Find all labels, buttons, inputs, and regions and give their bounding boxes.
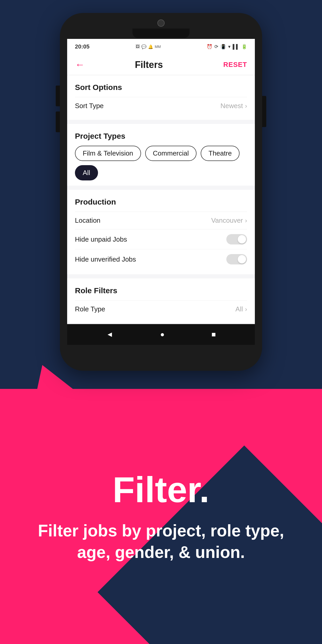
bottom-section: Filter. Filter jobs by project, role typ… [0, 389, 322, 644]
app-header: ← Filters RESET [67, 54, 255, 75]
pill-commercial[interactable]: Commercial [145, 146, 197, 161]
sort-type-value: Newest › [220, 102, 247, 110]
screen-content: ← Filters RESET Sort Options Sort Type N… [67, 54, 255, 345]
project-types-title: Project Types [75, 132, 247, 141]
phone-body: 20:05 🖼 💬 🔔 MM ⏰ ⟳ 📳 ▾ ▌▌ 🔋 [60, 13, 262, 371]
sync-icon: ⟳ [214, 44, 218, 50]
power-button [262, 96, 266, 127]
project-type-pills: Film & Television Commercial Theatre All [75, 146, 247, 180]
sort-type-label: Sort Type [75, 102, 104, 110]
sort-type-row[interactable]: Sort Type Newest › [75, 97, 247, 115]
gallery-icon: 🖼 [136, 44, 140, 49]
battery-icon: 🔋 [241, 44, 247, 50]
chat-icon: 💬 [141, 44, 146, 49]
camera [157, 19, 165, 27]
sort-type-value-text: Newest [220, 102, 243, 110]
hide-unverified-label: Hide unverified Jobs [75, 255, 136, 263]
status-bar: 20:05 🖼 💬 🔔 MM ⏰ ⟳ 📳 ▾ ▌▌ 🔋 [67, 39, 255, 54]
location-label: Location [75, 216, 100, 225]
phone-device: 20:05 🖼 💬 🔔 MM ⏰ ⟳ 📳 ▾ ▌▌ 🔋 [60, 13, 262, 371]
location-value-text: Vancouver [211, 216, 243, 225]
filter-subtitle: Filter jobs by project, role type, age, … [21, 520, 301, 563]
scrollable-content: Sort Options Sort Type Newest › Project … [67, 75, 255, 324]
back-button[interactable]: ← [75, 59, 85, 70]
location-value: Vancouver › [211, 216, 247, 225]
hide-unpaid-label: Hide unpaid Jobs [75, 235, 127, 243]
status-icons-right: ⏰ ⟳ 📳 ▾ ▌▌ 🔋 [207, 44, 247, 50]
android-nav-bar: ◄ ● ■ [67, 324, 255, 345]
pill-all[interactable]: All [75, 165, 98, 180]
phone-screen: 20:05 🖼 💬 🔔 MM ⏰ ⟳ 📳 ▾ ▌▌ 🔋 [67, 39, 255, 345]
wifi-icon: ▾ [228, 44, 230, 50]
signal-icon: ▌▌ [233, 44, 239, 50]
sort-options-section: Sort Options Sort Type Newest › [67, 75, 255, 120]
android-back-button[interactable]: ◄ [106, 330, 113, 339]
production-title: Production [75, 198, 247, 206]
role-type-value: All › [235, 305, 247, 313]
volume-up-button [56, 86, 60, 106]
android-home-button[interactable]: ● [160, 330, 165, 339]
location-chevron: › [245, 217, 247, 224]
hide-unverified-row: Hide unverified Jobs [75, 249, 247, 269]
android-recent-button[interactable]: ■ [212, 330, 216, 339]
volume-down-button [56, 111, 60, 132]
production-section: Production Location Vancouver › Hide unp… [67, 190, 255, 274]
role-filters-section: Role Filters Role Type All › [67, 278, 255, 323]
page-title: Filters [90, 59, 208, 70]
hide-unpaid-row: Hide unpaid Jobs [75, 229, 247, 249]
bottom-text: Filter. Filter jobs by project, role typ… [0, 470, 322, 563]
location-row[interactable]: Location Vancouver › [75, 212, 247, 229]
hide-unpaid-toggle[interactable] [226, 234, 247, 244]
role-type-label: Role Type [75, 305, 105, 313]
pill-film-television[interactable]: Film & Television [75, 146, 141, 161]
role-type-row[interactable]: Role Type All › [75, 300, 247, 318]
mm-icon: MM [155, 45, 161, 49]
pill-theatre[interactable]: Theatre [201, 146, 240, 161]
phone-notch [132, 29, 190, 38]
role-filters-title: Role Filters [75, 286, 247, 295]
reset-button[interactable]: RESET [223, 61, 247, 69]
alarm-icon: ⏰ [207, 44, 212, 50]
sort-options-title: Sort Options [75, 83, 247, 92]
vibrate-icon: 📳 [220, 44, 226, 50]
hide-unverified-toggle[interactable] [226, 254, 247, 264]
role-type-value-text: All [235, 305, 243, 313]
project-types-section: Project Types Film & Television Commerci… [67, 124, 255, 186]
role-type-chevron: › [245, 306, 247, 313]
filter-title: Filter. [21, 470, 301, 510]
sort-type-chevron: › [245, 102, 247, 110]
status-icons-left: 🖼 💬 🔔 MM [136, 44, 161, 49]
status-time: 20:05 [75, 43, 89, 50]
bell-icon: 🔔 [148, 44, 153, 49]
